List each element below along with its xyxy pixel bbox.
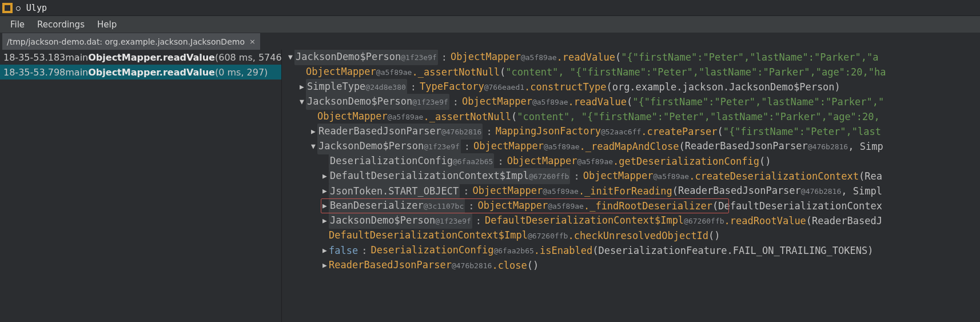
class-name: ObjectMapper@a5f89ae bbox=[473, 138, 579, 154]
class-name: TypeFactory@766eaed1 bbox=[420, 79, 524, 95]
expand-arrow-icon[interactable]: ▶ bbox=[321, 258, 329, 273]
tree-row[interactable]: ▶SimpleType@24d8e380:TypeFactory@766eaed… bbox=[282, 79, 980, 94]
titlebar: ○ Ulyp bbox=[0, 0, 980, 16]
separator: : bbox=[570, 169, 583, 184]
tree-row[interactable]: ▶ReaderBasedJsonParser@476b2816:MappingJ… bbox=[282, 124, 980, 139]
method-name: ObjectMapper.readValue bbox=[88, 52, 215, 63]
return-value: BeanDeserializer@3c1107bc bbox=[329, 198, 465, 214]
method-name: .constructType bbox=[524, 79, 606, 94]
tree-row[interactable]: ▶BeanDeserializer@3c1107bc:ObjectMapper@… bbox=[282, 198, 980, 213]
expand-arrow-icon[interactable]: ▼ bbox=[309, 139, 317, 154]
return-value: SimpleType@24d8e380 bbox=[306, 79, 407, 95]
content-split: 18-35-53.183 main ObjectMapper.readValue… bbox=[0, 50, 980, 322]
sidebar-row[interactable]: 18-35-53.183 main ObjectMapper.readValue… bbox=[0, 50, 281, 65]
separator: : bbox=[465, 198, 477, 213]
class-name: ObjectMapper@a5f89ae bbox=[462, 94, 568, 110]
class-name: MappingJsonFactory@52aac6ff bbox=[496, 124, 642, 140]
tree-row[interactable]: ObjectMapper@a5f89ae._assertNotNull("con… bbox=[282, 65, 980, 79]
tree-row[interactable]: ▶JsonToken.START_OBJECT:ObjectMapper@a5f… bbox=[282, 184, 980, 198]
string-arg: "{"firstName":"Peter","lastName":"Parker… bbox=[632, 94, 884, 109]
timestamp: 18-35-53.798 bbox=[3, 67, 65, 78]
expand-arrow-icon[interactable]: ▼ bbox=[298, 94, 306, 109]
method-name: ObjectMapper.readValue bbox=[88, 67, 215, 78]
window-title: Ulyp bbox=[26, 3, 47, 13]
expand-arrow-icon[interactable]: ▶ bbox=[298, 79, 306, 94]
method-name: .readValue bbox=[557, 50, 615, 65]
paren: () bbox=[708, 228, 720, 243]
class-name: DeserializationConfig@6faa2b65 bbox=[371, 243, 533, 259]
tree-row[interactable]: ▶DefaultDeserializationContext$Impl@6726… bbox=[282, 169, 980, 184]
separator: : bbox=[449, 94, 462, 109]
paren: ( bbox=[717, 124, 723, 139]
return-value: JacksonDemo$Person@1f23e9f bbox=[317, 138, 461, 154]
expand-arrow-icon[interactable]: ▶ bbox=[321, 184, 329, 198]
sidebar-row[interactable]: 18-35-53.798 main ObjectMapper.readValue… bbox=[0, 65, 281, 79]
class-name: ObjectMapper@a5f89ae bbox=[477, 198, 583, 214]
paren-close: ) bbox=[867, 243, 873, 258]
tree-row[interactable]: DeserializationConfig@6faa2b65:ObjectMap… bbox=[282, 154, 980, 169]
expand-arrow-icon[interactable]: ▶ bbox=[321, 243, 329, 258]
class-name: ObjectMapper@a5f89ae bbox=[317, 109, 423, 125]
class-name: DefaultDeserializationContext$Impl@67260… bbox=[329, 228, 568, 244]
menu-help[interactable]: Help bbox=[97, 19, 117, 30]
class-name: ObjectMapper@a5f89ae bbox=[306, 64, 412, 80]
tree-row[interactable]: ▼JacksonDemo$Person@1f23e9f:ObjectMapper… bbox=[282, 139, 980, 154]
paren: ( bbox=[500, 65, 505, 79]
separator: : bbox=[472, 213, 485, 228]
class-name: ObjectMapper@a5f89ae bbox=[472, 183, 578, 199]
paren: () bbox=[759, 154, 771, 169]
close-icon[interactable]: × bbox=[249, 37, 256, 46]
tree-row[interactable]: ▶JacksonDemo$Person@1f23e9f:DefaultDeser… bbox=[282, 213, 980, 228]
expand-arrow-icon[interactable]: ▶ bbox=[321, 213, 329, 228]
call-info: (0 ms, 297) bbox=[215, 67, 268, 78]
paren: () bbox=[527, 258, 539, 273]
string-arg: "content", "{"firstName":"Peter","lastNa… bbox=[505, 65, 886, 79]
tab-jackson-demo[interactable]: /tmp/jackson-demo.dat: org.example.jacks… bbox=[2, 33, 261, 50]
paren: ( bbox=[806, 213, 812, 228]
thread-name: main bbox=[65, 67, 88, 78]
return-value: JacksonDemo$Person@1f23e9f bbox=[306, 94, 449, 110]
return-value: ReaderBasedJsonParser@476b2816 bbox=[317, 124, 483, 140]
expand-arrow-icon[interactable]: ▼ bbox=[286, 50, 294, 65]
method-name: .readValue bbox=[568, 94, 627, 109]
class-name: DefaultDeserializationContext$Impl@67260… bbox=[485, 213, 724, 229]
paren: ( bbox=[606, 79, 612, 94]
expand-arrow-icon[interactable]: ▶ bbox=[321, 198, 329, 213]
class-name: ObjectMapper@a5f89ae bbox=[583, 168, 689, 184]
tree-row[interactable]: ObjectMapper@a5f89ae._assertNotNull("con… bbox=[282, 109, 980, 124]
arg-tail: Rea bbox=[865, 169, 882, 184]
method-name: .createParser bbox=[641, 124, 717, 139]
thread-name: main bbox=[65, 52, 88, 63]
method-name: ._initForReading bbox=[579, 184, 672, 198]
method-name: .createDeserializationContext bbox=[689, 169, 859, 184]
call-tree[interactable]: ▼JacksonDemo$Person@1f23e9f:ObjectMapper… bbox=[281, 50, 980, 322]
paren: ( bbox=[511, 109, 517, 124]
arg: ReaderBasedJsonParser@476b2816 bbox=[678, 183, 841, 199]
method-name: .close bbox=[492, 258, 527, 273]
separator: : bbox=[407, 79, 420, 94]
window-button[interactable]: ○ bbox=[16, 3, 21, 12]
tree-row[interactable]: ▶ReaderBasedJsonParser@476b2816.close() bbox=[282, 258, 980, 273]
tree-row[interactable]: DefaultDeserializationContext$Impl@67260… bbox=[282, 228, 980, 243]
class-name: ObjectMapper@a5f89ae bbox=[451, 50, 556, 65]
tree-row[interactable]: ▶false:DeserializationConfig@6faa2b65.is… bbox=[282, 243, 980, 258]
return-value: JacksonDemo$Person@1f23e9f bbox=[294, 50, 438, 65]
class-name: ObjectMapper@a5f89ae bbox=[507, 153, 613, 169]
separator: : bbox=[438, 50, 451, 65]
tree-row[interactable]: ▼JacksonDemo$Person@1f23e9f:ObjectMapper… bbox=[282, 94, 980, 109]
separator: : bbox=[460, 184, 472, 198]
method-name: .getDeserializationConfig bbox=[613, 154, 759, 169]
tree-row[interactable]: ▼JacksonDemo$Person@1f23e9f:ObjectMapper… bbox=[282, 50, 980, 65]
tabbar: /tmp/jackson-demo.dat: org.example.jacks… bbox=[0, 33, 980, 50]
arg: org.example.jackson.JacksonDemo$Person bbox=[612, 79, 835, 94]
arg-tail: , Simpl bbox=[841, 184, 882, 198]
timestamp: 18-35-53.183 bbox=[3, 52, 65, 63]
recordings-sidebar: 18-35-53.183 main ObjectMapper.readValue… bbox=[0, 50, 281, 322]
expand-arrow-icon[interactable]: ▶ bbox=[321, 169, 329, 184]
method-name: ._assertNotNull bbox=[423, 109, 511, 124]
method-name: ._findRootDeserializer bbox=[584, 198, 712, 213]
expand-arrow-icon[interactable]: ▶ bbox=[309, 124, 317, 139]
method-name: .isEnabled bbox=[534, 243, 592, 258]
menu-recordings[interactable]: Recordings bbox=[37, 19, 85, 30]
menu-file[interactable]: File bbox=[10, 19, 25, 30]
